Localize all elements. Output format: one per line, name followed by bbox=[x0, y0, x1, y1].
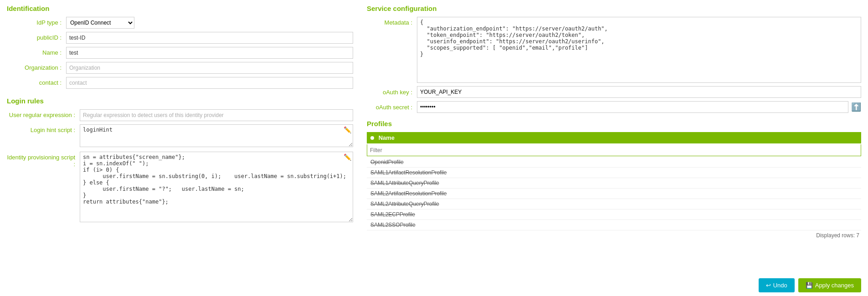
identity-prov-edit-icon[interactable]: ✏️ bbox=[344, 153, 351, 161]
undo-icon: ↩ bbox=[766, 282, 771, 289]
identity-prov-label: Identity provisioning script : bbox=[7, 152, 80, 168]
profiles-name-header: Name bbox=[367, 132, 861, 143]
idp-type-select[interactable]: OpenID ConnectSAML2 bbox=[66, 17, 134, 29]
profile-list-item[interactable]: SAML2ECPProfile bbox=[367, 209, 861, 220]
oauth-key-input[interactable] bbox=[417, 86, 861, 98]
profiles-filter-input[interactable] bbox=[367, 144, 861, 156]
identity-prov-textarea[interactable] bbox=[80, 152, 353, 222]
login-hint-label: Login hint script : bbox=[7, 124, 80, 133]
profile-list-item[interactable]: SAML1AttributeQueryProfile bbox=[367, 178, 861, 189]
profile-list-item[interactable]: OpenidProfile bbox=[367, 157, 861, 168]
profile-list-item[interactable]: SAML1ArtifactResolutionProfile bbox=[367, 168, 861, 178]
name-label: Name : bbox=[7, 47, 66, 56]
oauth-secret-input[interactable] bbox=[417, 101, 848, 113]
contact-input[interactable] bbox=[66, 77, 353, 89]
bullet-dot bbox=[370, 136, 374, 140]
oauth-upload-icon[interactable]: ⬆️ bbox=[851, 102, 861, 112]
displayed-rows-label: Displayed rows: 7 bbox=[367, 232, 861, 239]
oauth-key-label: oAuth key : bbox=[367, 89, 417, 96]
login-rules-title: Login rules bbox=[7, 97, 353, 105]
idp-type-label: IdP type : bbox=[7, 17, 66, 26]
profile-list-item[interactable]: SAML2SSOProfile bbox=[367, 220, 861, 230]
bottom-bar: ↩ Undo 💾 Apply changes bbox=[752, 275, 868, 296]
metadata-textarea[interactable] bbox=[417, 17, 861, 83]
identification-title: Identification bbox=[7, 5, 353, 12]
apply-changes-button[interactable]: 💾 Apply changes bbox=[798, 278, 861, 292]
publicid-label: publicID : bbox=[7, 32, 66, 41]
profiles-filter-row bbox=[367, 143, 861, 157]
profile-list-item[interactable]: SAML2AttributeQueryProfile bbox=[367, 199, 861, 209]
org-label: Organization : bbox=[7, 62, 66, 71]
apply-icon: 💾 bbox=[806, 282, 813, 289]
profiles-title: Profiles bbox=[367, 120, 861, 128]
login-hint-textarea[interactable] bbox=[80, 124, 353, 147]
undo-button[interactable]: ↩ Undo bbox=[759, 278, 795, 292]
profiles-header-row: Name bbox=[367, 132, 861, 143]
user-regex-label: User regular expression : bbox=[7, 109, 80, 118]
name-input[interactable] bbox=[66, 47, 353, 59]
org-input[interactable] bbox=[66, 62, 353, 74]
oauth-secret-label: oAuth secret : bbox=[367, 104, 417, 111]
contact-label: contact : bbox=[7, 77, 66, 86]
publicid-input[interactable] bbox=[66, 32, 353, 44]
profiles-table: Name OpenidProfileSAML1ArtifactResolutio… bbox=[367, 132, 861, 230]
metadata-label: Metadata : bbox=[367, 17, 417, 26]
user-regex-input[interactable] bbox=[80, 109, 353, 121]
service-config-title: Service configuration bbox=[367, 5, 861, 12]
login-hint-edit-icon[interactable]: ✏️ bbox=[344, 126, 351, 133]
profile-list-item[interactable]: SAML2ArtifactResolutionProfile bbox=[367, 189, 861, 199]
